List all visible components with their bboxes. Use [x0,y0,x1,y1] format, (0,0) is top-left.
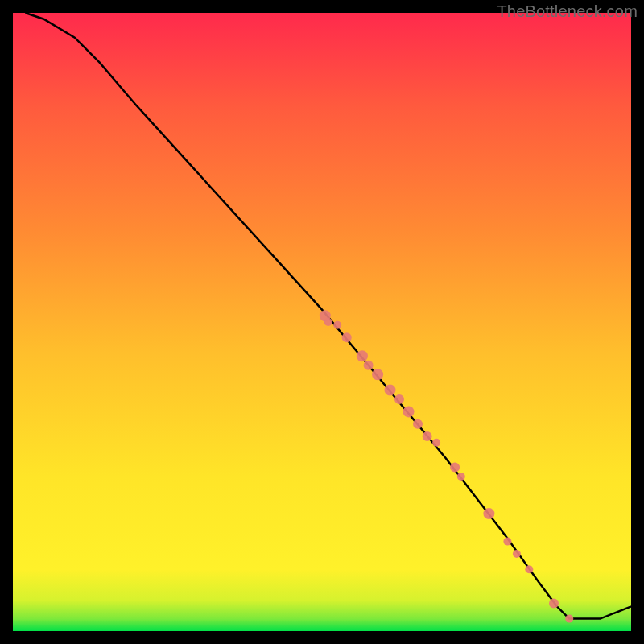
highlight-point [432,439,440,447]
highlight-point [503,538,511,546]
highlight-point [342,332,352,342]
highlight-point [333,321,341,329]
plot-background [13,13,631,631]
highlight-point [364,361,374,370]
highlight-point [403,406,415,417]
highlight-point [513,550,521,558]
highlight-point [483,508,494,519]
highlight-point [372,369,383,380]
highlight-point [549,598,559,608]
bottleneck-chart [0,0,644,644]
highlight-point [357,350,368,361]
highlight-point [525,565,533,573]
highlight-point [450,463,460,473]
highlight-point [385,385,396,396]
highlight-point [324,318,332,326]
highlight-point [457,473,465,481]
chart-container: TheBottleneck.com [0,0,644,644]
highlight-point [394,394,404,404]
highlight-point [565,615,573,623]
highlight-point [423,431,432,441]
highlight-point [413,419,423,429]
